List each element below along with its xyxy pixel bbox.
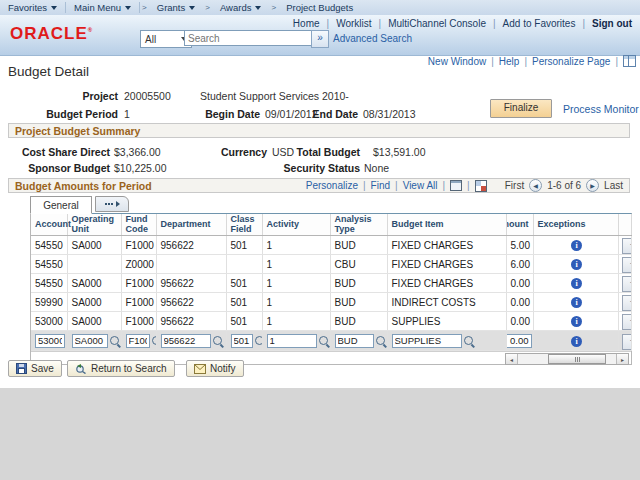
lookup-icon[interactable] <box>213 336 222 345</box>
department-input[interactable] <box>161 334 211 348</box>
home-link[interactable]: Home <box>293 18 320 29</box>
cost-share-direct-value: $3,366.00 <box>114 146 161 158</box>
favorites-menu[interactable]: Favorites <box>0 0 65 15</box>
search-input[interactable] <box>184 30 316 46</box>
finalize-button[interactable]: Finalize <box>490 99 552 118</box>
divider: | <box>582 18 585 29</box>
cell-analysis-type: BUD <box>330 236 387 255</box>
process-monitor-link[interactable]: Process Monitor <box>563 103 639 115</box>
divider: | <box>615 56 618 67</box>
lookup-icon[interactable] <box>110 336 119 345</box>
new-window-link[interactable]: New Window <box>428 56 486 67</box>
info-icon[interactable] <box>571 278 582 289</box>
chevron-down-icon <box>125 6 131 10</box>
budget-item-input[interactable] <box>392 334 462 348</box>
amount-input[interactable] <box>506 334 532 348</box>
page-layout-icon[interactable] <box>623 55 636 67</box>
show-all-columns-tab[interactable] <box>95 196 129 212</box>
save-icon <box>16 363 27 374</box>
lookup-icon[interactable] <box>255 336 263 345</box>
fund-code-input[interactable] <box>126 334 150 348</box>
add-row-button[interactable] <box>622 295 632 311</box>
current-page-label: Project Budgets <box>286 2 353 13</box>
arrow-right-icon <box>116 201 120 207</box>
lookup-icon[interactable] <box>319 336 328 345</box>
header-band: ORACLE Home | Worklist | MultiChannel Co… <box>0 15 640 56</box>
security-status-value: None <box>364 162 389 174</box>
cell-fund-code: F1000 <box>121 236 156 255</box>
horizontal-scrollbar[interactable] <box>505 353 629 365</box>
analysis-type-input[interactable] <box>335 334 374 348</box>
personalize-page-link[interactable]: Personalize Page <box>532 56 610 67</box>
last-label[interactable]: Last <box>604 180 623 191</box>
download-grid-icon[interactable] <box>475 180 487 192</box>
add-row-button[interactable] <box>622 276 632 292</box>
add-row-button[interactable] <box>622 334 632 350</box>
add-row-button[interactable] <box>622 238 632 254</box>
zoom-grid-icon[interactable] <box>450 180 462 191</box>
chevron-down-icon <box>189 6 195 10</box>
view-all-link[interactable]: View All <box>403 180 438 191</box>
lookup-icon[interactable] <box>464 336 473 345</box>
cell-operating-unit: SA000 <box>67 236 121 255</box>
add-row-button[interactable] <box>622 257 632 273</box>
class-field-input[interactable] <box>231 334 253 348</box>
scrollbar-thumb[interactable] <box>548 354 606 364</box>
next-rows-button[interactable] <box>586 179 599 192</box>
advanced-search-link[interactable]: Advanced Search <box>333 33 412 44</box>
favorites-label: Favorites <box>8 2 47 13</box>
activity-input[interactable] <box>267 334 317 348</box>
col-department: Department <box>156 214 226 236</box>
cell-account: 54550 <box>31 274 67 293</box>
end-date-label: End Date <box>300 108 358 120</box>
info-icon[interactable] <box>571 297 582 308</box>
add-to-favorites-link[interactable]: Add to Favorites <box>503 18 576 29</box>
return-to-search-button[interactable]: Return to Search <box>67 360 175 377</box>
table-row: 59990 SA000 F1000 956622 501 1 BUD INDIR… <box>31 293 631 312</box>
cell-amount: 6.00 <box>506 255 533 274</box>
scroll-left-arrow[interactable] <box>506 354 518 364</box>
lookup-icon[interactable] <box>152 336 157 345</box>
info-icon[interactable] <box>571 259 582 270</box>
table-row-editable <box>31 331 631 351</box>
end-date-value: 08/31/2013 <box>363 108 416 120</box>
notify-button[interactable]: Notify <box>186 360 244 377</box>
info-icon[interactable] <box>571 316 582 327</box>
previous-rows-button[interactable] <box>529 179 542 192</box>
find-link[interactable]: Find <box>371 180 390 191</box>
lookup-icon[interactable] <box>376 336 385 345</box>
breadcrumb-awards[interactable]: Awards <box>212 0 270 15</box>
sign-out-link[interactable]: Sign out <box>592 18 632 29</box>
cell-budget-item: FIXED CHARGES <box>387 255 506 274</box>
scroll-right-arrow[interactable] <box>616 354 628 364</box>
breadcrumb-grants[interactable]: Grants <box>149 0 204 15</box>
save-button[interactable]: Save <box>8 360 62 377</box>
cell-analysis-type: BUD <box>330 312 387 331</box>
info-icon[interactable] <box>571 336 582 347</box>
cell-budget-item: SUPPLIES <box>387 312 506 331</box>
budget-amounts-header: Budget Amounts for Period Personalize | … <box>8 178 630 193</box>
grid-toolbar: Personalize | Find | View All | | First … <box>306 179 623 192</box>
grants-label: Grants <box>157 2 186 13</box>
col-activity: Activity <box>262 214 330 236</box>
first-label[interactable]: First <box>505 180 524 191</box>
main-menu[interactable]: Main Menu <box>66 0 139 15</box>
cell-amount: 0.00 <box>506 312 533 331</box>
divider: | <box>395 180 398 191</box>
tab-general[interactable]: General <box>30 196 92 214</box>
help-link[interactable]: Help <box>499 56 520 67</box>
search-go-button[interactable]: » <box>311 30 329 48</box>
cell-activity: 1 <box>262 293 330 312</box>
account-input[interactable] <box>35 334 65 348</box>
operating-unit-input[interactable] <box>72 334 108 348</box>
application-window: Favorites Main Menu > Grants > Awards > … <box>0 0 640 480</box>
awards-label: Awards <box>220 2 252 13</box>
cell-class-field: 501 <box>226 236 262 255</box>
cell-fund-code: F1000 <box>121 274 156 293</box>
grid-header-row: Account Operating Unit Fund Code Departm… <box>31 214 631 236</box>
add-row-button[interactable] <box>622 314 632 330</box>
info-icon[interactable] <box>571 240 582 251</box>
multichannel-console-link[interactable]: MultiChannel Console <box>388 18 486 29</box>
worklist-link[interactable]: Worklist <box>336 18 371 29</box>
personalize-link[interactable]: Personalize <box>306 180 358 191</box>
